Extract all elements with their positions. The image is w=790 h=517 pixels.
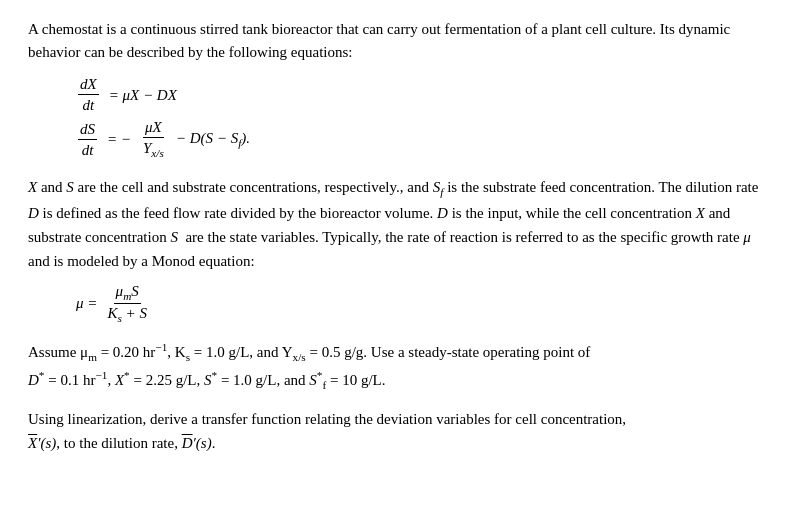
assume-paragraph: Assume μm = 0.20 hr−1, Ks = 1.0 g/L, and… bbox=[28, 338, 762, 395]
monod-denominator: Ks + S bbox=[105, 304, 149, 324]
intro-paragraph: A chemostat is a continuous stirred tank… bbox=[28, 18, 762, 63]
dx-numerator: dX bbox=[78, 75, 99, 95]
description-paragraph: X and S are the cell and substrate conce… bbox=[28, 175, 762, 273]
eq1-rhs: = μX − DX bbox=[109, 86, 177, 104]
monod-block: μ = μmS Ks + S bbox=[76, 283, 762, 324]
dx-denominator: dt bbox=[81, 95, 97, 114]
mux-frac: μX Yx/s bbox=[141, 118, 166, 161]
eq2-equals-neg: = − bbox=[107, 130, 131, 148]
equations-block: dX dt = μX − DX dS dt = − μX Yx/s − D(S … bbox=[76, 75, 762, 161]
var-D2: D bbox=[437, 205, 448, 221]
var-mu: μ bbox=[743, 229, 751, 245]
eq2-rhs-suffix: − D(S − Sf). bbox=[176, 129, 250, 151]
dsdt-fraction: dS dt bbox=[78, 120, 97, 159]
equation-1: dX dt = μX − DX bbox=[76, 75, 762, 114]
monod-fraction: μmS Ks + S bbox=[105, 283, 149, 324]
equation-2: dS dt = − μX Yx/s − D(S − Sf). bbox=[76, 118, 762, 161]
monod-equation: μ = μmS Ks + S bbox=[76, 283, 762, 324]
var-X2: X bbox=[696, 205, 705, 221]
var-D: D bbox=[28, 205, 39, 221]
mux-num: μX bbox=[143, 118, 164, 138]
ds-numerator: dS bbox=[78, 120, 97, 140]
page-content: A chemostat is a continuous stirred tank… bbox=[28, 18, 762, 455]
monod-lhs: μ = bbox=[76, 295, 97, 312]
dxdt-fraction: dX dt bbox=[78, 75, 99, 114]
var-S: S bbox=[66, 179, 74, 195]
var-Sf: Sf bbox=[433, 179, 444, 195]
yxs-den: Yx/s bbox=[141, 138, 166, 161]
var-X: X bbox=[28, 179, 37, 195]
ds-denominator: dt bbox=[80, 140, 96, 159]
var-S2: S bbox=[170, 229, 178, 245]
monod-numerator: μmS bbox=[114, 283, 141, 304]
question-paragraph: Using linearization, derive a transfer f… bbox=[28, 407, 762, 455]
